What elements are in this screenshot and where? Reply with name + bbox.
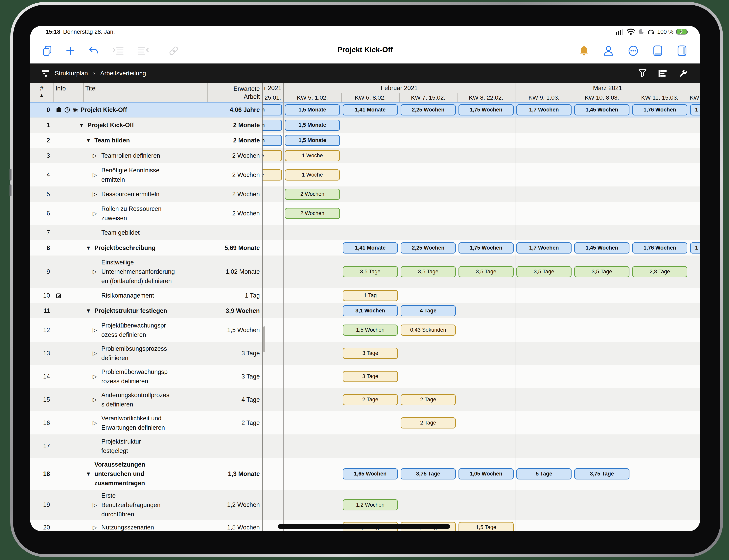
gantt-bar[interactable]: 1,76 Wochen <box>632 242 687 254</box>
gantt-bar[interactable]: 1,5 Monate <box>285 135 340 146</box>
bottom-panel-icon[interactable] <box>653 45 663 57</box>
gantt-bar[interactable]: 1,5 Tage <box>458 522 514 531</box>
bell-icon[interactable] <box>579 45 589 56</box>
gantt-bar[interactable]: hen <box>262 135 282 146</box>
gantt-bar[interactable]: 3,5 Tage <box>458 266 514 277</box>
gantt-bar[interactable]: 3,5 Tage <box>574 266 629 277</box>
disclosure-leaf-icon[interactable]: ▷ <box>93 152 101 159</box>
gantt-bar[interactable]: 1,75 Wochen <box>458 242 514 254</box>
gantt-bar[interactable]: 3,5 Tage <box>343 266 398 277</box>
disclosure-leaf-icon[interactable]: ▷ <box>93 268 101 275</box>
gantt-bar[interactable]: 1,41 Monate <box>343 104 398 115</box>
disclosure-expanded-icon[interactable]: ▼ <box>79 122 87 128</box>
gantt-bar[interactable]: 1,5 Wochen <box>343 325 398 336</box>
column-header-num[interactable]: # ▲ <box>30 83 53 102</box>
gantt-bar[interactable]: 1,5 Monate <box>285 104 340 115</box>
gantt-bar[interactable]: hen <box>262 104 282 115</box>
gantt-bar[interactable]: 2 Tage <box>400 394 456 405</box>
gantt-bar[interactable]: 3,75 Tage <box>400 468 456 479</box>
gantt-bar[interactable]: 3 Tage <box>343 371 398 382</box>
table-row[interactable]: 3▷Teamrollen definieren2 Wochenche1 Woch… <box>30 148 700 163</box>
breadcrumb-current[interactable]: Arbeitsverteilung <box>100 70 146 77</box>
gantt-bar[interactable]: 3,75 Tage <box>574 468 629 479</box>
gantt-bar[interactable]: 1,65 Wochen <box>343 468 398 479</box>
disclosure-expanded-icon[interactable]: ▼ <box>86 471 94 477</box>
disclosure-leaf-icon[interactable]: ▷ <box>93 210 101 217</box>
disclosure-leaf-icon[interactable]: ▷ <box>93 396 101 403</box>
table-row[interactable]: 14▷Problemüberwachungsprozess definieren… <box>30 365 700 388</box>
disclosure-expanded-icon[interactable]: ▼ <box>86 137 94 144</box>
table-row[interactable]: 1▼Projekt Kick-Off2 Monatehen1,5 Monate <box>30 117 700 133</box>
gantt-bar[interactable]: 2,25 Wochen <box>400 104 456 115</box>
gantt-bar[interactable]: 1,41 Monate <box>343 242 398 254</box>
gantt-bar[interactable]: 0,43 Sekunden <box>400 325 456 336</box>
table-row[interactable]: 5▷Ressourcen ermitteln2 Wochen2 Wochen <box>30 186 700 202</box>
gantt-bar[interactable]: 1,45 Wochen <box>574 104 629 115</box>
right-panel-icon[interactable] <box>677 45 687 57</box>
gantt-bar[interactable]: 1 Tag <box>343 290 398 301</box>
disclosure-leaf-icon[interactable]: ▷ <box>93 191 101 197</box>
table-gantt-splitter[interactable] <box>262 83 263 531</box>
gantt-bar[interactable]: 5 Tage <box>516 468 571 479</box>
table-row[interactable]: 17Projektstrukturfestgelegt <box>30 434 700 458</box>
gantt-bar[interactable]: 2,25 Wochen <box>400 242 456 254</box>
gantt-bar[interactable]: 3,1 Wochen <box>343 305 398 316</box>
gantt-bar[interactable]: 1,2 Wochen <box>343 499 398 510</box>
gantt-bar[interactable]: 1 Woche <box>285 169 340 181</box>
gantt-bar[interactable]: 1 Woche <box>285 150 340 161</box>
gantt-bar[interactable]: 2 Tage <box>400 417 456 428</box>
wrench-icon[interactable] <box>678 69 687 78</box>
column-header-expected-work[interactable]: Erwartete Arbeit <box>208 85 260 104</box>
table-row[interactable]: 4▷Benötigte Kenntnisseermitteln2 Wochenc… <box>30 163 700 186</box>
table-row[interactable]: 6▷Rollen zu Ressourcenzuweisen2 Wochen2 … <box>30 202 700 225</box>
table-row[interactable]: 12▷Projektüberwachungsprozess definieren… <box>30 318 700 342</box>
gantt-horizontal-scroll-indicator[interactable] <box>278 524 450 529</box>
gantt-bar[interactable]: 1,5 Monate <box>285 120 340 131</box>
table-scroll-indicator[interactable] <box>263 326 265 352</box>
breadcrumb-root[interactable]: Strukturplan <box>55 70 88 77</box>
gantt-bar[interactable]: 1 <box>690 104 700 115</box>
disclosure-leaf-icon[interactable]: ▷ <box>93 373 101 380</box>
person-icon[interactable] <box>603 45 614 56</box>
table-row[interactable]: 9▷EinstweiligeUnternehmensanforderungen … <box>30 256 700 288</box>
gantt-bar[interactable]: 2,8 Tage <box>632 266 687 277</box>
volume-button-up[interactable] <box>10 169 12 181</box>
table-row[interactable]: 7Team gebildet <box>30 225 700 240</box>
view-options-icon[interactable] <box>658 69 667 78</box>
disclosure-leaf-icon[interactable]: ▷ <box>93 502 101 508</box>
table-row[interactable]: 19▷ErsteBenutzerbefragungendurchführen1,… <box>30 490 700 520</box>
gantt-bar[interactable]: 4 Tage <box>400 305 456 316</box>
gantt-bar[interactable]: 1,45 Wochen <box>574 242 629 254</box>
gantt-bar[interactable]: 2 Tage <box>343 394 398 405</box>
filter-icon[interactable] <box>638 69 647 78</box>
table-row[interactable]: 15▷Änderungskontrollprozess definieren4 … <box>30 388 700 411</box>
table-row[interactable]: 18▼Voraussetzungenuntersuchen undzusamme… <box>30 458 700 490</box>
disclosure-leaf-icon[interactable]: ▷ <box>93 524 101 531</box>
gantt-bar[interactable]: che <box>262 169 282 181</box>
column-header-title[interactable]: Titel <box>85 85 97 104</box>
table-row[interactable]: 16▷Verantwortlichkeit undErwartungen def… <box>30 411 700 434</box>
gantt-bar[interactable]: 2 Wochen <box>285 208 340 219</box>
volume-button-down[interactable] <box>10 184 12 196</box>
gantt-bar[interactable]: 1,05 Wochen <box>458 468 514 479</box>
table-row[interactable]: 11▼Projektstruktur festlegen3,9 Wochen3,… <box>30 303 700 318</box>
table-row[interactable]: 13▷Problemlösungsprozessdefinieren3 Tage… <box>30 342 700 365</box>
gantt-bar[interactable]: 3 Tage <box>343 348 398 359</box>
gantt-bar[interactable]: 3,5 Tage <box>400 266 456 277</box>
gantt-bar[interactable]: 3,5 Tage <box>516 266 571 277</box>
table-row[interactable]: 0▼Projekt Kick-Off4,06 Jahrehen1,5 Monat… <box>30 102 700 117</box>
table-row[interactable]: 8▼Projektbeschreibung5,69 Monate1,41 Mon… <box>30 240 700 256</box>
disclosure-leaf-icon[interactable]: ▷ <box>93 420 101 426</box>
disclosure-expanded-icon[interactable]: ▼ <box>86 308 94 314</box>
disclosure-expanded-icon[interactable]: ▼ <box>72 107 81 113</box>
gantt-bar[interactable]: hen <box>262 120 282 131</box>
disclosure-leaf-icon[interactable]: ▷ <box>93 327 101 333</box>
gantt-bar[interactable]: 1,7 Wochen <box>516 242 571 254</box>
gantt-bar[interactable]: 1,75 Wochen <box>458 104 514 115</box>
gantt-bar[interactable]: 2 Wochen <box>285 189 340 200</box>
gantt-bar[interactable]: 1 <box>690 242 700 254</box>
disclosure-leaf-icon[interactable]: ▷ <box>93 350 101 356</box>
column-header-info[interactable]: Info <box>56 85 66 104</box>
table-row[interactable]: 10Risikomanagement1 Tag1 Tag <box>30 288 700 303</box>
more-icon[interactable] <box>628 45 639 56</box>
